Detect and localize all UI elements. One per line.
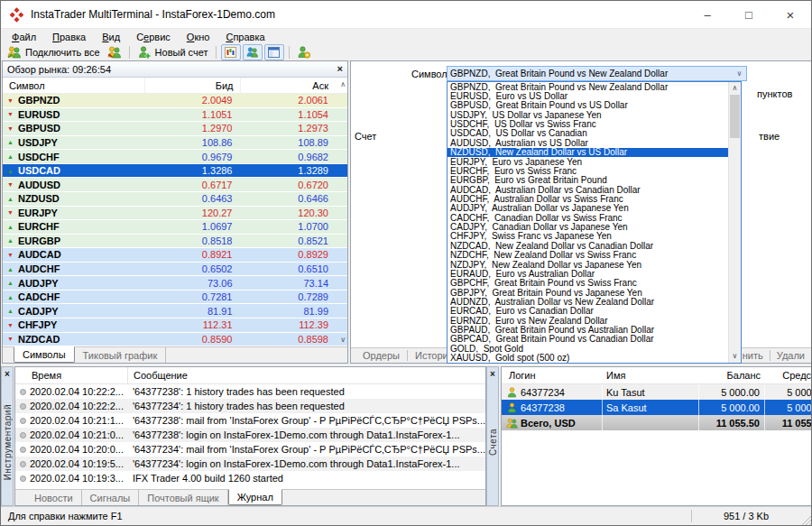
new-account-button[interactable]: Новый счет	[134, 45, 212, 60]
symbol-option[interactable]: GOLD, Spot Gold	[448, 344, 728, 353]
journal-tab[interactable]: Сигналы	[82, 490, 140, 505]
account-row[interactable]: 64377238 Sa Kasut 5 000.00 5 000.00	[502, 400, 812, 415]
column-login[interactable]: Логин	[502, 367, 603, 383]
market-watch-row[interactable]: AUDJPY 73.06 73.14	[3, 276, 347, 291]
symbol-option[interactable]: NZDUSD, New Zealand Dollar vs US Dollar	[448, 148, 728, 157]
column-equity[interactable]: Средства	[765, 367, 812, 383]
journal-tab[interactable]: Почтовый ящик	[139, 490, 227, 505]
market-watch-tab[interactable]: Тиковый график	[75, 347, 167, 363]
journal-row[interactable]: 2020.02.04 10:22:2... '64377234': 1 hist…	[15, 399, 485, 413]
journal-row[interactable]: 2020.02.04 10:21:1... '64377238': mail f…	[15, 413, 485, 428]
scroll-up-icon[interactable]: ∧	[729, 85, 741, 92]
expert-settings-button[interactable]	[293, 45, 315, 60]
menu-item[interactable]: Справка	[217, 31, 272, 43]
symbol-option[interactable]: USDCHF, US Dollar vs Swiss Franc	[448, 119, 728, 128]
symbol-combobox[interactable]: GBPNZD, Great Britain Pound vs New Zeala…	[447, 66, 747, 81]
scroll-down-icon[interactable]: ∨	[340, 337, 346, 344]
column-symbol[interactable]: Символ	[3, 80, 144, 91]
symbol-option[interactable]: XAUUSD, Gold spot (500 oz)	[448, 353, 728, 362]
resize-grip[interactable]	[800, 513, 812, 525]
symbol-option[interactable]: GBPCAD, Great Britain Pound vs Canadian …	[448, 335, 728, 344]
market-watch-row[interactable]: AUDCAD 0.8921 0.8929	[3, 248, 347, 263]
menu-item[interactable]: Окно	[179, 31, 218, 43]
market-watch-row[interactable]: CHFJPY 112.31 112.39	[3, 318, 347, 333]
delete-button-fragment[interactable]: Удали	[770, 350, 811, 361]
symbol-option[interactable]: EURUSD, Euro vs US Dollar	[448, 91, 728, 100]
column-bid[interactable]: Бид	[144, 78, 240, 93]
symbol-option[interactable]: NZDCHF, New Zealand Dollar vs Swiss Fran…	[448, 250, 728, 259]
market-watch-toggle-button[interactable]	[221, 44, 241, 60]
market-watch-row[interactable]: AUDUSD 0.6717 0.6720	[3, 178, 347, 192]
menu-item[interactable]: Правка	[44, 31, 94, 43]
disconnect-all-button[interactable]	[104, 45, 125, 60]
symbol-option[interactable]: AUDUSD, Australian vs US Dollar	[448, 138, 728, 147]
accounts-toggle-button[interactable]	[243, 44, 263, 60]
journal-row[interactable]: 2020.02.04 10:20:0... '64377234': mail f…	[15, 442, 485, 457]
column-name[interactable]: Имя	[603, 367, 699, 383]
market-watch-row[interactable]: EURUSD 1.1051 1.1054	[3, 108, 347, 123]
symbol-option[interactable]: CADCHF, Canadian Dollar vs Swiss Franc	[448, 213, 728, 222]
account-row[interactable]: Всего, USD 11 055.50 11 055.50	[502, 415, 812, 430]
scrollbar-thumb[interactable]	[730, 95, 740, 138]
symbol-option[interactable]: AUDNZD, Australian Dollar vs New Zealand…	[448, 297, 728, 306]
maximize-button[interactable]: □	[728, 1, 770, 28]
menu-item[interactable]: Файл	[4, 31, 44, 43]
journal-row[interactable]: 2020.02.04 10:22:2... '64377238': 1 hist…	[15, 384, 485, 399]
symbol-option[interactable]: USDCAD, US Dollar vs Canadian	[448, 129, 728, 138]
journal-row[interactable]: 2020.02.04 10:19:5... '64377234': login …	[15, 457, 485, 471]
close-button[interactable]: ×	[770, 1, 811, 28]
market-watch-close-icon[interactable]: ×	[337, 64, 343, 74]
scroll-up-icon[interactable]: ∧	[340, 81, 346, 88]
market-watch-row[interactable]: CADCHF 0.7281 0.7289	[3, 291, 347, 305]
market-watch-row[interactable]: NZDUSD 0.6463 0.6466	[3, 192, 347, 207]
menu-item[interactable]: Вид	[94, 31, 128, 43]
symbol-option[interactable]: GBPNZD, Great Britain Pound vs New Zeala…	[448, 82, 728, 91]
journal-tab[interactable]: Новости	[26, 490, 82, 505]
market-watch-row[interactable]: NZDCAD 0.8590 0.8598	[3, 333, 347, 347]
layout-toggle-button[interactable]	[264, 44, 284, 60]
symbol-option[interactable]: GBPJPY, Great Britain Pound vs Japanese …	[448, 288, 728, 297]
account-row[interactable]: 64377234 Ku Tasut 5 000.00 5 000.00	[502, 384, 812, 400]
symbol-option[interactable]: GBPAUD, Great Britain Pound vs Australia…	[448, 325, 728, 334]
symbol-option[interactable]: EURGBP, Euro vs Great Britain Pound	[448, 176, 728, 185]
symbol-option[interactable]: AUDJPY, Australian Dollar vs Japanese Ye…	[448, 204, 728, 213]
menu-item[interactable]: Сервис	[128, 31, 179, 43]
symbol-option[interactable]: EURAUD, Euro vs Australian Dollar	[448, 269, 728, 278]
accounts-close-icon[interactable]: ×	[490, 367, 495, 379]
market-watch-row[interactable]: USDCAD 1.3286 1.3289	[3, 164, 347, 179]
column-message[interactable]: Сообщение	[128, 370, 485, 381]
market-watch-row[interactable]: USDJPY 108.86 108.89	[3, 136, 347, 151]
symbol-option[interactable]: EURJPY, Euro vs Japanese Yen	[448, 157, 728, 166]
minimize-button[interactable]: –	[687, 1, 728, 28]
symbol-option[interactable]: EURCAD, Euro vs Canadian Dollar	[448, 307, 728, 316]
accounts-vertical-tab[interactable]: Счета	[488, 429, 498, 456]
symbol-option[interactable]: NZDCAD, New Zealand Dollar vs Canadian D…	[448, 241, 728, 250]
symbol-option[interactable]: NZDJPY, New Zealand Dollar vs Japanese Y…	[448, 260, 728, 269]
journal-row[interactable]: 2020.02.04 10:19:3... IFX Trader 4.00 bu…	[15, 471, 485, 485]
column-time[interactable]: Время	[15, 367, 128, 383]
journal-row[interactable]: 2020.02.04 10:21:0... '64377238': login …	[15, 428, 485, 442]
dropdown-scrollbar[interactable]: ∧ ∨	[728, 82, 741, 363]
market-watch-row[interactable]: USDCHF 0.9679 0.9682	[3, 150, 347, 164]
market-watch-row[interactable]: EURCHF 1.0697 1.0700	[3, 220, 347, 235]
journal-close-icon[interactable]: ×	[5, 367, 10, 379]
symbol-option[interactable]: EURNZD, Euro vs New Zealand Dollar	[448, 316, 728, 325]
symbol-option[interactable]: CADJPY, Canadian Dollar vs Japanese Yen	[448, 222, 728, 231]
journal-tab[interactable]: Журнал	[228, 489, 282, 505]
market-watch-row[interactable]: EURGBP 0.8518 0.8521	[3, 235, 347, 249]
market-watch-row[interactable]: GBPNZD 2.0049 2.0061	[3, 94, 347, 108]
market-watch-row[interactable]: AUDCHF 0.6502 0.6510	[3, 263, 347, 277]
tab-orders[interactable]: Ордеры	[355, 350, 408, 361]
symbol-option[interactable]: CHFJPY, Swiss Franc vs Japanese Yen	[448, 232, 728, 241]
market-watch-row[interactable]: GBPUSD 1.2970 1.2973	[3, 122, 347, 136]
symbol-option[interactable]: AUDCHF, Australian Dollar vs Swiss Franc	[448, 194, 728, 203]
chevron-down-icon[interactable]: ∨	[733, 69, 746, 78]
symbol-option[interactable]: AUDCAD, Australian Dollar vs Canadian Do…	[448, 185, 728, 194]
symbol-option[interactable]: USDJPY, US Dollar vs Japanese Yen	[448, 110, 728, 119]
connect-all-button[interactable]: Подключить все	[4, 45, 104, 60]
toolbox-vertical-tab[interactable]: Инструментарий	[3, 404, 13, 480]
symbol-option[interactable]: GBPUSD, Great Britain Pound vs US Dollar	[448, 101, 728, 110]
symbol-option[interactable]: EURCHF, Euro vs Swiss Franc	[448, 166, 728, 175]
symbol-option[interactable]: GBPCHF, Great Britain Pound vs Swiss Fra…	[448, 279, 728, 288]
column-ask[interactable]: Аск	[240, 78, 336, 93]
